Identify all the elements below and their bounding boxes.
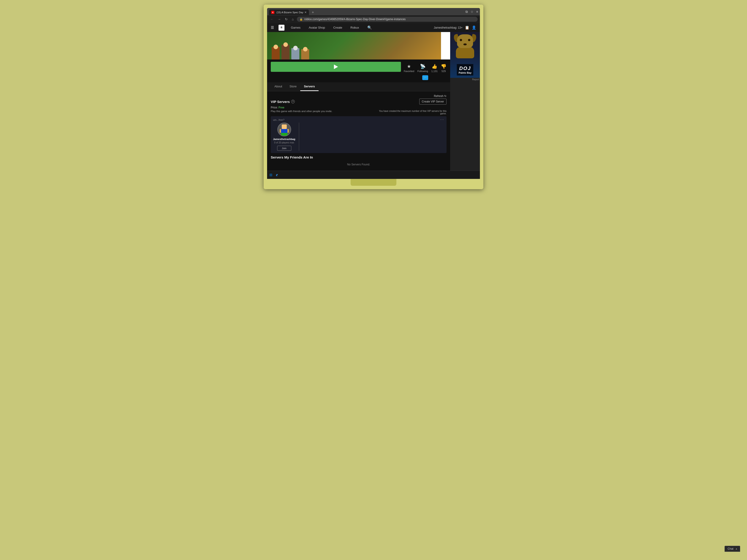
- tab-title: (15) A Bizarre Spec Day: [277, 11, 303, 14]
- account-icon[interactable]: 👤: [472, 25, 476, 30]
- server-options-icon[interactable]: ···: [440, 117, 444, 121]
- hero-right-panel: [441, 32, 450, 59]
- vip-help-icon[interactable]: ?: [291, 100, 295, 103]
- chat-btn[interactable]: Chat ∧: [725, 546, 740, 552]
- char-head: [282, 125, 287, 129]
- windows-start-btn[interactable]: ⊞: [269, 173, 272, 177]
- chat-label: Chat: [727, 547, 733, 551]
- favorite-btn[interactable]: ★ Favorited: [404, 63, 414, 73]
- dog-eye-left: [460, 39, 462, 41]
- join-server-btn[interactable]: Join: [277, 146, 291, 151]
- url-text: roblox.com/games/4349852059/A-Bizarre-Sp…: [304, 18, 406, 21]
- following-btn[interactable]: 📡 Following: [417, 63, 428, 73]
- tab-bar-controls: ⧉ ☆ ≡: [465, 10, 478, 15]
- vip-title-text: VIP Servers: [271, 100, 290, 104]
- nav-right-section: Jamesthetrashbag: 13+ 📋 👤: [434, 25, 476, 30]
- ad-image[interactable]: DOJ Paleto Bay: [450, 32, 480, 78]
- character-2: [282, 45, 289, 59]
- server-owner: Jamesthetrashbag: [273, 138, 295, 140]
- max-servers-notice: You have created the maximum number of f…: [378, 110, 446, 115]
- vip-title: VIP Servers ?: [271, 100, 295, 104]
- character-4: [301, 49, 309, 59]
- roblox-character: [280, 125, 289, 136]
- server-divider: [299, 123, 299, 151]
- friends-title: Servers My Friends Are In: [271, 155, 446, 159]
- server-avatar-container: Jamesthetrashbag 0 of 20 players max Joi…: [273, 123, 295, 151]
- play-icon: [334, 64, 338, 69]
- price-value: Free: [279, 106, 284, 109]
- favorited-label: Favorited: [404, 70, 414, 73]
- play-btn-area: [271, 62, 401, 72]
- ad-report-btn[interactable]: Report: [450, 78, 480, 81]
- sidebar-ad: DOJ Paleto Bay Report: [450, 32, 480, 171]
- bookmark-icon[interactable]: ☆: [470, 10, 473, 14]
- ad-title-letters: DOJ: [459, 65, 471, 71]
- new-tab-btn[interactable]: +: [310, 9, 316, 15]
- nav-bar: ☰ R Games Avatar Shop Create Robux 🔍 Jam…: [267, 23, 480, 32]
- server-players: 0 of 20 players max: [274, 141, 294, 144]
- like-icon: 👍: [432, 63, 437, 69]
- forward-btn[interactable]: →: [277, 17, 282, 22]
- following-label: Following: [417, 70, 428, 73]
- notifications-icon[interactable]: 📋: [465, 25, 469, 30]
- hero-banner: [267, 32, 450, 59]
- nav-create[interactable]: Create: [331, 25, 344, 30]
- menu-icon[interactable]: ≡: [476, 10, 478, 14]
- ie-taskbar-icon[interactable]: e: [276, 172, 278, 177]
- roblox-logo[interactable]: R: [279, 25, 284, 31]
- nav-search-icon[interactable]: 🔍: [365, 25, 374, 31]
- taskbar: ⊞ e: [267, 171, 480, 179]
- char-body: [281, 129, 287, 133]
- desc-notice-row: Play this game with friends and other pe…: [271, 110, 446, 116]
- char-legs: [281, 133, 287, 136]
- play-area: ★ Favorited 📡 Following 👍 1,131: [267, 59, 450, 82]
- url-input[interactable]: 🔒 roblox.com/games/4349852059/A-Bizarre-…: [297, 17, 478, 22]
- tab-servers[interactable]: Servers: [300, 82, 318, 91]
- dog-nose: [463, 44, 467, 45]
- split-view-icon[interactable]: ⧉: [465, 10, 468, 14]
- dislike-icon: 👎: [441, 63, 446, 69]
- content-tabs: About Store Servers: [267, 82, 450, 91]
- active-tab[interactable]: R (15) A Bizarre Spec Day ✕: [269, 9, 309, 15]
- refresh-btn[interactable]: Refresh ↻: [271, 94, 446, 99]
- back-btn[interactable]: ←: [269, 17, 275, 22]
- vip-servers-header: VIP Servers ? Create VIP Server: [271, 99, 446, 105]
- tab-store[interactable]: Store: [286, 82, 300, 91]
- character-1: [272, 47, 280, 59]
- dog-body: [456, 47, 474, 58]
- ad-subtitle: Paleto Bay: [459, 71, 471, 74]
- likes-count: 1,131: [431, 70, 438, 73]
- vip-description: Play this game with friends and other pe…: [271, 110, 332, 112]
- home-btn[interactable]: ⌂: [291, 17, 294, 22]
- dislike-btn[interactable]: 👎 529: [441, 63, 446, 73]
- refresh-btn[interactable]: ↻: [284, 17, 289, 22]
- address-bar: ← → ↻ ⌂ 🔒 roblox.com/games/4349852059/A-…: [267, 15, 480, 23]
- tab-about[interactable]: About: [271, 82, 286, 91]
- nav-avatar-shop[interactable]: Avatar Shop: [307, 25, 327, 30]
- star-icon: ★: [407, 63, 411, 69]
- price-row: Price: Free: [271, 106, 446, 109]
- nav-games[interactable]: Games: [289, 25, 302, 30]
- character-3: [291, 48, 299, 59]
- action-area: ★ Favorited 📡 Following 👍 1,131: [404, 62, 446, 80]
- tab-bar: R (15) A Bizarre Spec Day ✕ + ⧉ ☆ ≡: [267, 8, 480, 15]
- no-servers-text: No Servers Found.: [271, 161, 446, 168]
- like-btn[interactable]: 👍 1,131: [431, 63, 438, 73]
- dog-eye-right: [468, 39, 470, 41]
- hamburger-menu[interactable]: ☰: [271, 25, 274, 30]
- server-name-label: um...free?: [273, 118, 444, 121]
- price-label: Price:: [271, 106, 278, 109]
- twitter-badge[interactable]: 🐦: [422, 75, 428, 80]
- action-buttons: ★ Favorited 📡 Following 👍 1,131: [404, 63, 446, 73]
- play-button[interactable]: [271, 62, 401, 72]
- servers-content: Refresh ↻ VIP Servers ? Create VIP Serve…: [267, 91, 450, 171]
- tab-close-btn[interactable]: ✕: [304, 11, 307, 14]
- server-avatar: [277, 123, 291, 136]
- dislikes-count: 529: [441, 70, 445, 73]
- nav-robux[interactable]: Robux: [349, 25, 361, 30]
- ad-title-box: DOJ Paleto Bay: [457, 64, 473, 76]
- server-card: Jamesthetrashbag 0 of 20 players max Joi…: [273, 123, 444, 151]
- lock-icon: 🔒: [300, 18, 303, 21]
- dog-head: [457, 34, 473, 48]
- create-vip-btn[interactable]: Create VIP Server: [419, 99, 446, 105]
